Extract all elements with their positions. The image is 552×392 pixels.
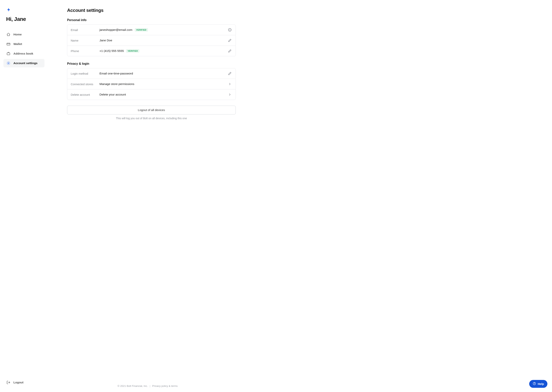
row-label: Name [71,39,100,42]
section-personal-title: Personal info [67,18,236,22]
sidebar-item-label: Address book [14,52,33,55]
row-label: Login method [71,72,100,75]
sidebar-logout-label: Logout [14,381,24,384]
sidebar-logout[interactable]: Logout [3,378,44,386]
footer-copyright: © 2021 Bolt Financial, Inc. [117,385,148,387]
sidebar-item-label: Account settings [14,62,37,65]
svg-rect-2 [7,53,10,55]
row-email: Email janeshopper@email.com VERIFIED [67,25,236,35]
sidebar-item-address-book[interactable]: Address book [3,49,44,58]
section-privacy-title: Privacy & login [67,62,236,65]
row-label: Connected stores [71,83,100,86]
row-delete-account[interactable]: Delete account Delete your account [67,89,236,100]
sidebar-item-wallet[interactable]: Wallet [3,40,44,48]
greeting: Hi, Jane [6,16,44,22]
verified-badge: VERIFIED [126,49,139,53]
edit-phone-button[interactable] [227,49,232,53]
sidebar-nav: Home Wallet Address book Account setting… [3,30,44,67]
name-value: Jane Doe [100,39,112,42]
privacy-login-card: Login method Email one-time-password Con… [67,68,236,100]
edit-name-button[interactable] [227,38,232,43]
row-login-method: Login method Email one-time-password [67,68,236,79]
row-label: Delete account [71,93,100,96]
delete-account-value: Delete your account [100,93,126,96]
svg-rect-0 [7,43,10,45]
phone-value: +1 (415) 555 5555 [100,49,124,53]
bolt-logo [7,8,11,12]
personal-info-card: Email janeshopper@email.com VERIFIED Nam… [67,25,236,56]
gear-icon [7,61,10,65]
logout-icon [7,380,10,384]
connected-stores-value: Manage store permissions [100,82,134,86]
edit-login-method-button[interactable] [227,71,232,76]
chevron-right-icon [227,82,232,86]
row-label: Phone [71,49,100,53]
home-icon [7,33,10,36]
page-title: Account settings [67,8,236,13]
help-icon [533,382,536,386]
sidebar: Hi, Jane Home Wallet Address book [0,0,48,392]
email-value: janeshopper@email.com [100,28,132,32]
help-button[interactable]: Help [529,380,547,388]
wallet-icon [7,42,10,46]
footer: © 2021 Bolt Financial, Inc. | Privacy po… [117,385,178,387]
help-label: Help [538,382,544,385]
sidebar-item-home[interactable]: Home [3,30,44,39]
logout-hint: This will log you out of Bolt on all dev… [67,117,236,120]
row-label: Email [71,28,100,32]
sidebar-item-label: Home [14,33,22,36]
sidebar-item-account-settings[interactable]: Account settings [3,59,44,67]
row-phone: Phone +1 (415) 555 5555 VERIFIED [67,46,236,56]
sidebar-item-label: Wallet [14,42,22,46]
chevron-right-icon [227,92,232,97]
svg-point-3 [8,63,9,64]
verified-badge: VERIFIED [135,28,148,32]
login-method-value: Email one-time-password [100,72,133,75]
briefcase-icon [7,52,10,56]
row-name: Name Jane Doe [67,35,236,46]
footer-privacy-link[interactable]: Privacy policy & terms [152,385,178,387]
logout-all-devices-button[interactable]: Logout of all devices [67,106,236,114]
email-info-button[interactable] [227,28,232,32]
main-content: Account settings Personal info Email jan… [48,0,247,392]
row-connected-stores[interactable]: Connected stores Manage store permission… [67,79,236,89]
